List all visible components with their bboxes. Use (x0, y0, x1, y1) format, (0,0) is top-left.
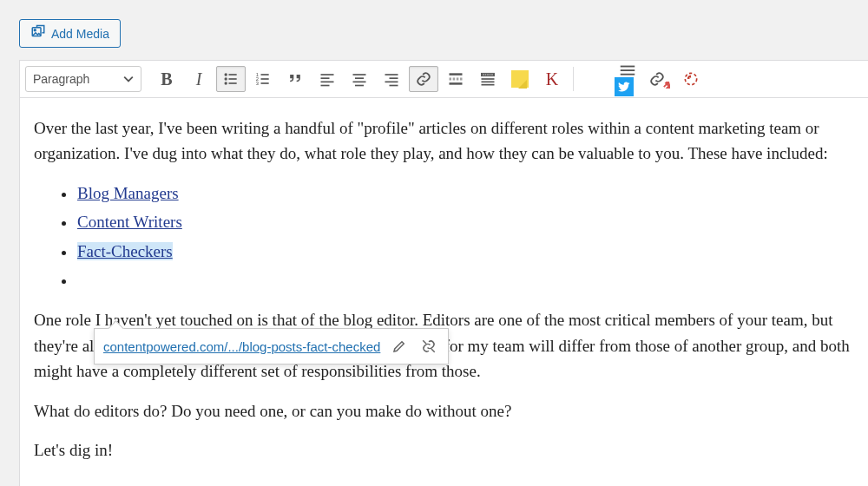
svg-rect-6 (229, 78, 237, 80)
svg-rect-12 (261, 78, 269, 80)
link-fact-checkers[interactable]: Fact-Checkers (77, 242, 173, 260)
chevron-down-icon (123, 74, 134, 84)
link-popover-url[interactable]: contentpowered.com/.../blog-posts-fact-c… (103, 339, 380, 354)
svg-rect-26 (450, 73, 463, 76)
format-select-label: Paragraph (33, 72, 89, 86)
svg-rect-35 (491, 75, 493, 76)
link-blog-managers[interactable]: Blog Managers (77, 184, 179, 202)
sticky-note-button[interactable] (505, 66, 535, 92)
svg-point-2 (225, 73, 227, 76)
list-item-empty[interactable] (76, 267, 854, 292)
svg-rect-32 (485, 75, 487, 76)
remove-link-button[interactable] (418, 336, 439, 357)
sticky-note-icon (511, 70, 529, 88)
svg-rect-13 (261, 82, 269, 84)
svg-rect-20 (353, 82, 366, 83)
editor-toolbar: Paragraph B I 123 (20, 61, 868, 98)
align-right-button[interactable] (377, 66, 406, 92)
blockquote-button[interactable] (280, 66, 310, 92)
clear-formatting-button[interactable] (676, 66, 706, 92)
toolbar-toggle-button[interactable] (473, 66, 503, 92)
svg-rect-23 (390, 77, 398, 79)
svg-rect-34 (490, 75, 491, 76)
link-popover: contentpowered.com/.../blog-posts-fact-c… (94, 328, 449, 364)
affiliate-link-button[interactable] (644, 66, 674, 92)
svg-rect-39 (621, 66, 635, 68)
bulleted-list-button[interactable] (216, 66, 246, 92)
align-center-button[interactable] (345, 66, 374, 92)
paragraph[interactable]: What do editors do? Do you need one, or … (34, 398, 854, 424)
svg-rect-27 (450, 78, 463, 80)
svg-rect-41 (621, 74, 635, 76)
svg-rect-16 (321, 82, 334, 83)
svg-rect-40 (621, 69, 635, 71)
numbered-list-button[interactable]: 123 (248, 66, 278, 92)
svg-rect-7 (229, 82, 237, 84)
svg-rect-36 (482, 78, 495, 80)
svg-rect-37 (482, 82, 495, 83)
svg-point-3 (225, 77, 227, 80)
svg-rect-33 (487, 75, 489, 76)
svg-rect-24 (385, 82, 398, 83)
twitter-button[interactable] (612, 66, 641, 92)
editor-panel: Paragraph B I 123 (19, 60, 868, 486)
svg-rect-25 (390, 85, 398, 87)
link-content-writers[interactable]: Content Writers (77, 213, 182, 231)
svg-rect-28 (450, 82, 463, 85)
svg-point-1 (34, 30, 36, 31)
link-button[interactable] (409, 66, 438, 92)
bold-button[interactable]: B (152, 66, 181, 92)
read-more-button[interactable] (441, 66, 470, 92)
toolbar-separator (573, 67, 574, 91)
format-select[interactable]: Paragraph (25, 66, 141, 92)
svg-rect-19 (355, 77, 364, 79)
unlink-icon (421, 338, 437, 354)
twitter-icon (615, 77, 634, 96)
paragraph[interactable]: Over the last year, I've been writing a … (34, 115, 854, 167)
svg-rect-38 (482, 84, 495, 86)
paragraph[interactable]: Let's dig in! (34, 437, 854, 463)
svg-point-43 (685, 73, 696, 84)
list-item: Blog Managers (76, 181, 854, 206)
svg-rect-22 (385, 74, 398, 76)
svg-rect-5 (229, 74, 237, 76)
svg-rect-31 (483, 75, 484, 76)
svg-point-4 (225, 82, 227, 84)
list-item: Fact-Checkers (76, 239, 854, 264)
svg-rect-11 (261, 74, 269, 76)
media-icon (30, 24, 46, 43)
align-left-button[interactable] (312, 66, 342, 92)
pencil-icon (391, 338, 407, 354)
svg-line-44 (424, 340, 427, 344)
svg-rect-21 (355, 85, 364, 87)
keyboard-button[interactable]: K (537, 66, 567, 92)
edit-link-button[interactable] (389, 336, 410, 357)
add-media-label: Add Media (51, 27, 109, 41)
bulleted-list[interactable]: Blog Managers Content Writers Fact-Check… (34, 181, 854, 292)
svg-rect-14 (321, 74, 334, 76)
svg-line-45 (431, 349, 435, 352)
svg-rect-17 (321, 85, 330, 87)
list-item: Content Writers (76, 209, 854, 234)
editor-content[interactable]: Over the last year, I've been writing a … (20, 98, 868, 486)
add-media-button[interactable]: Add Media (19, 19, 121, 48)
svg-rect-15 (321, 77, 330, 79)
italic-button[interactable]: I (184, 66, 214, 92)
svg-text:3: 3 (256, 81, 259, 86)
svg-rect-18 (353, 74, 366, 76)
